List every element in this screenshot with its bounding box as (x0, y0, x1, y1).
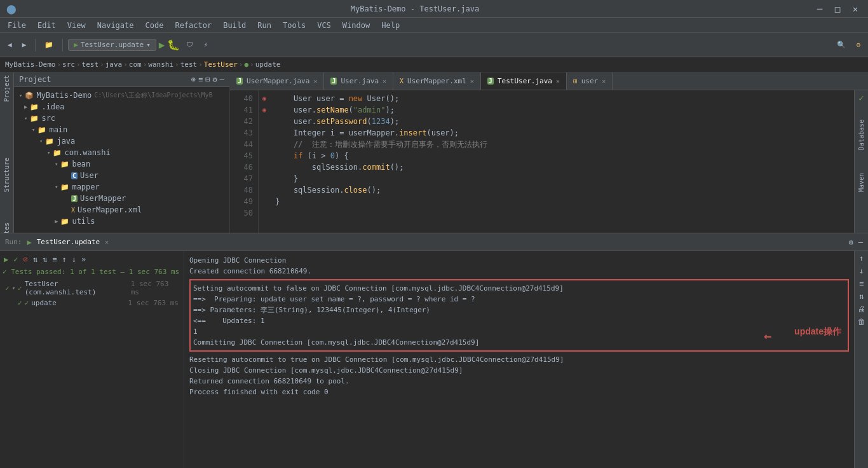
breadcrumb-project[interactable]: MyBatis-Demo (5, 60, 55, 69)
project-panel-icon[interactable]: Project (3, 75, 10, 102)
close-tab-user[interactable]: ✕ (383, 78, 386, 85)
tree-bean[interactable]: ▾ 📁 bean (14, 158, 229, 170)
back-button[interactable]: ◀ (4, 39, 16, 50)
test-export-btn[interactable]: ≡ (51, 254, 58, 265)
test-item-testuser[interactable]: ✓ ▾ ✓ TestUser (com.wanshi.test) 1 sec 7… (3, 279, 181, 298)
forward-button[interactable]: ▶ (18, 39, 31, 50)
close-tab-testuser[interactable]: ✕ (556, 78, 560, 85)
test-up-btn[interactable]: ↑ (60, 254, 67, 265)
database-icon[interactable]: Database (858, 120, 865, 150)
breadcrumb-test2[interactable]: test (180, 60, 198, 69)
run-panel: Run: ▶ TestUser.update ✕ ⚙ – ▶ ✓ ⊘ ⇅ ⇅ ≡… (0, 233, 868, 468)
tab-usermapper-xml[interactable]: X UserMapper.xml ✕ (393, 72, 481, 90)
maven-icon[interactable]: Maven (858, 173, 865, 192)
test-run-btn[interactable]: ▶ (3, 254, 10, 265)
breadcrumb-java[interactable]: java (105, 60, 123, 69)
close-tab-xml[interactable]: ✕ (470, 78, 474, 85)
tab-user-java[interactable]: J User.java ✕ (324, 72, 393, 90)
code-content[interactable]: User user = new User(); user.setName("ad… (270, 90, 854, 233)
breadcrumb-wanshi[interactable]: wanshi (148, 60, 173, 69)
tree-usermapper-java[interactable]: J UserMapper (14, 193, 229, 204)
close-tab-user-db[interactable]: ✕ (602, 78, 606, 85)
tab-user-db[interactable]: ⊞ user ✕ (567, 72, 613, 90)
close-tab-usermapper[interactable]: ✕ (313, 78, 317, 85)
update-check-icon: ✓ (25, 299, 29, 307)
breadcrumb-update[interactable]: update (255, 60, 281, 69)
code-line-49: } (275, 196, 849, 207)
console-wrap-btn[interactable]: ≡ (859, 279, 864, 288)
tree-idea[interactable]: ▶ 📁 .idea (14, 101, 229, 113)
panel-action-settings[interactable]: ⚙ (213, 75, 217, 84)
run-minimize-icon[interactable]: – (858, 238, 863, 247)
menu-help[interactable]: Help (376, 20, 405, 31)
run-config-dropdown-icon[interactable]: ▾ (146, 41, 151, 49)
coverage-button[interactable]: 🛡 (182, 39, 197, 50)
menu-navigate[interactable]: Navigate (92, 20, 139, 31)
test-stop-btn[interactable]: ⊘ (22, 254, 29, 265)
debug-button[interactable]: 🐛 (167, 39, 180, 51)
run-settings-icon[interactable]: ⚙ (849, 238, 853, 247)
tree-com-wanshi[interactable]: ▾ 📁 com.wanshi (14, 147, 229, 158)
tree-root[interactable]: ▾ 📦 MyBatis-Demo C:\Users\王会称\IdeaProjec… (14, 90, 229, 101)
menu-build[interactable]: Build (218, 20, 251, 31)
run-config-selector[interactable]: ▶ TestUser.update ▾ (68, 39, 156, 51)
test-item-update[interactable]: ✓ ✓ update 1 sec 763 ms (3, 298, 181, 308)
menu-file[interactable]: File (3, 20, 31, 31)
breadcrumb-src[interactable]: src (62, 60, 75, 69)
breadcrumb: MyBatis-Demo › src › test › java › com ›… (0, 57, 868, 72)
test-more-btn[interactable]: » (80, 254, 87, 265)
project-icon[interactable]: 📁 (41, 39, 57, 50)
test-check-icon: ✓ (18, 284, 22, 292)
close-run-tab[interactable]: ✕ (105, 238, 109, 245)
tab-bar: J UserMapper.java ✕ J User.java ✕ X User… (230, 72, 868, 90)
panel-action-collapse[interactable]: ⊟ (205, 75, 210, 84)
tab-testuser-java[interactable]: J TestUser.java ✕ (481, 72, 567, 90)
menu-refactor[interactable]: Refactor (170, 20, 217, 31)
console-output: Opening JDBC Connection Created connecti… (184, 251, 854, 468)
console-print-btn[interactable]: 🖨 (858, 305, 865, 313)
tree-mapper[interactable]: ▾ 📁 mapper (14, 181, 229, 193)
test-filter-btn[interactable]: ⇅ (41, 254, 48, 265)
tree-src[interactable]: ▾ 📁 src (14, 113, 229, 124)
test-sort-btn[interactable]: ⇅ (32, 254, 39, 265)
panel-action-new[interactable]: ⊕ (191, 75, 196, 84)
console-down-btn[interactable]: ↓ (859, 266, 864, 275)
menu-vcs[interactable]: VCS (312, 20, 336, 31)
menu-tools[interactable]: Tools (278, 20, 311, 31)
breadcrumb-test[interactable]: test (82, 60, 99, 69)
test-down-btn[interactable]: ↓ (71, 254, 78, 265)
search-button[interactable]: 🔍 (833, 39, 850, 50)
panel-action-expand[interactable]: ≡ (198, 75, 203, 84)
code-editor: 40 41 42 43 44 45 46 47 48 49 50 (230, 90, 868, 233)
console-line-1: Opening JDBC Connection (189, 255, 849, 266)
tree-utils[interactable]: ▶ 📁 utils (14, 216, 229, 227)
menu-code[interactable]: Code (140, 20, 169, 31)
run-button[interactable]: ▶ (159, 39, 165, 51)
console-up-btn[interactable]: ↑ (859, 254, 864, 263)
maximize-button[interactable]: □ (831, 4, 844, 14)
test-check-btn[interactable]: ✓ (12, 254, 19, 265)
console-clear-btn[interactable]: 🗑 (858, 317, 865, 326)
breadcrumb-testuser[interactable]: TestUser (204, 60, 238, 69)
close-button[interactable]: ✕ (849, 4, 862, 14)
structure-icon[interactable]: Structure (3, 158, 10, 192)
settings-button[interactable]: ⚙ (852, 39, 864, 50)
profile-button[interactable]: ⚡ (200, 39, 212, 50)
tree-java[interactable]: ▾ 📁 java (14, 135, 229, 147)
menu-view[interactable]: View (62, 20, 91, 31)
console-sort-btn[interactable]: ⇅ (859, 292, 864, 301)
highlighted-block: Setting autocommit to false on JDBC Conn… (189, 279, 849, 352)
code-line-40: User user = new User(); (275, 93, 849, 104)
menu-window[interactable]: Window (337, 20, 375, 31)
panel-action-close[interactable]: – (220, 75, 224, 84)
tree-main[interactable]: ▾ 📁 main (14, 124, 229, 135)
breadcrumb-com[interactable]: com (129, 60, 142, 69)
run-tab-testuser[interactable]: TestUser.update (37, 238, 100, 246)
menu-edit[interactable]: Edit (32, 20, 61, 31)
minimize-button[interactable]: ─ (813, 4, 826, 14)
tree-usermapper-xml[interactable]: X UserMapper.xml (14, 204, 229, 216)
tab-usermapper-java[interactable]: J UserMapper.java ✕ (230, 72, 324, 90)
tree-user-class[interactable]: C User (14, 170, 229, 181)
menu-run[interactable]: Run (252, 20, 276, 31)
favorites-icon[interactable]: Favorites (3, 223, 10, 233)
